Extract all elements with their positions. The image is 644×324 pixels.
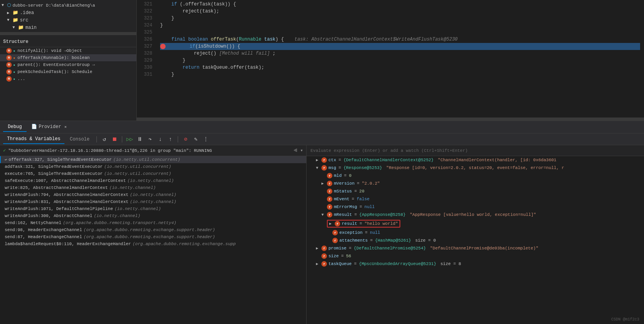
stack-frame-4[interactable]: write:825, AbstractChannelHandlerContext… bbox=[0, 184, 306, 191]
method-more[interactable]: m ● ... bbox=[0, 75, 136, 82]
var-attachments[interactable]: f attachments = {HashMap@5261} size = 0 bbox=[307, 237, 644, 244]
resume-button[interactable]: ▷▷ bbox=[125, 135, 134, 144]
var-name: exception bbox=[339, 230, 362, 235]
code-line-324: } bbox=[160, 22, 640, 29]
edit-button[interactable]: ✎ bbox=[191, 135, 200, 144]
var-mresult[interactable]: ▼ f mResult = {AppResponse@5258} "AppRes… bbox=[307, 211, 644, 219]
code-lines: 321 322 323 324 325 326 327 328 329 330 … bbox=[137, 0, 644, 117]
var-size[interactable]: f size = 56 bbox=[307, 252, 644, 260]
stack-arrow: ↩ bbox=[5, 157, 7, 162]
var-eq: = bbox=[354, 212, 357, 217]
separator bbox=[96, 136, 97, 142]
method-notify-all[interactable]: m ● notifyAll(): void →Object bbox=[0, 47, 136, 54]
tab-threads-variables[interactable]: Threads & Variables bbox=[3, 135, 64, 144]
var-mstatus[interactable]: f mStatus = 20 bbox=[307, 187, 644, 195]
stack-frame-11[interactable]: send:87, HeaderExchangeChannel (org.apac… bbox=[0, 233, 306, 240]
debug-tab-row: Debug 📄 Provider ✕ bbox=[0, 121, 644, 134]
sidebar-tree: ▼ ⬡ dubbo-server D:\data\BianCheng\a ▶ 📁… bbox=[0, 0, 136, 37]
tree-label: .idea bbox=[20, 10, 34, 16]
code-scrollbar-h[interactable] bbox=[137, 117, 644, 121]
var-promise[interactable]: ▶ f promise = {DefaultChannelPromise@525… bbox=[307, 244, 644, 252]
code-line-327: if (isShutdown()) { bbox=[160, 43, 640, 50]
var-name: mResult bbox=[334, 212, 352, 217]
stop-button[interactable]: ⏹ bbox=[110, 135, 119, 144]
stack-frame-12[interactable]: lambda$handleRequest$0:110, HeaderExchan… bbox=[0, 240, 306, 247]
more-button[interactable]: ⋮ bbox=[202, 135, 210, 144]
stack-frame-8[interactable]: writeAndFlush:300, AbstractChannel (io.n… bbox=[0, 212, 306, 219]
var-name: ctx bbox=[328, 158, 336, 162]
sidebar: ▼ ⬡ dubbo-server D:\data\BianCheng\a ▶ 📁… bbox=[0, 0, 137, 121]
dropdown-icon[interactable]: ▾ bbox=[300, 148, 303, 153]
var-ctx[interactable]: ▶ f ctx = {DefaultChannelHandlerContext@… bbox=[307, 156, 644, 164]
f-badge: f bbox=[327, 212, 332, 217]
structure-header: Structure bbox=[0, 37, 136, 47]
method-parent[interactable]: m ● parent(): EventExecutorGroup → bbox=[0, 61, 136, 68]
tab-debug[interactable]: Debug bbox=[3, 123, 27, 132]
eval-bar[interactable]: Evaluate expression (Enter) or add a wat… bbox=[307, 145, 644, 156]
step-out-button[interactable]: ↑ bbox=[166, 135, 175, 144]
debug-buttons-row: Threads & Variables Console ↺ ⏹ ▷▷ ⏸ ↷ ↓… bbox=[0, 134, 644, 145]
stack-frame-9[interactable]: send:162, NettyChannel (org.apache.dubbo… bbox=[0, 219, 306, 226]
f-badge: f bbox=[327, 189, 332, 194]
var-msg[interactable]: ▼ f msg = {Response@5253} "Response [id=… bbox=[307, 164, 644, 172]
filter-icon[interactable]: ⫷ bbox=[293, 148, 298, 153]
tree-label: main bbox=[25, 25, 37, 30]
step-into-button[interactable]: ↓ bbox=[156, 135, 164, 144]
stack-frame-10[interactable]: send:98, HeaderExchangeChannel (org.apac… bbox=[0, 226, 306, 233]
tab-console[interactable]: Console bbox=[66, 135, 93, 144]
stack-frame-5[interactable]: writeAndFlush:794, AbstractChannelHandle… bbox=[0, 191, 306, 198]
stack-class: (org.apache.dubbo.remoting.exchange.supp… bbox=[84, 235, 215, 239]
sidebar-scrollbar[interactable] bbox=[0, 32, 136, 35]
var-mevent[interactable]: f mEvent = false bbox=[307, 195, 644, 203]
pause-button[interactable]: ⏸ bbox=[136, 135, 144, 144]
var-eq: = bbox=[359, 205, 362, 209]
method-name: parent(): EventExecutorGroup → bbox=[18, 62, 95, 67]
stop-icon: ⏹ bbox=[112, 136, 117, 142]
stack-frame-3[interactable]: safeExecute:1007, AbstractChannelHandler… bbox=[0, 177, 306, 184]
stack-frame-0[interactable]: ↩ offerTask:327, SingleThreadEventExecut… bbox=[0, 156, 306, 163]
thread-name: "DubboServerHandler-172.18.16.1:20880-th… bbox=[8, 148, 291, 153]
var-result[interactable]: ▶ f result = "hello world" bbox=[307, 219, 644, 229]
var-mversion[interactable]: ▶ f mVersion = "2.0.2" bbox=[307, 180, 644, 187]
result-highlighted-box: ▶ f result = "hello world" bbox=[327, 220, 400, 228]
stack-frame-6[interactable]: writeAndFlush:831, AbstractChannelHandle… bbox=[0, 198, 306, 205]
step-over-icon: ↷ bbox=[148, 136, 152, 142]
tab-provider[interactable]: 📄 Provider ✕ bbox=[27, 122, 71, 132]
mute-button[interactable]: ⊘ bbox=[181, 135, 190, 144]
rerun-button[interactable]: ↺ bbox=[100, 135, 109, 144]
stack-frame-2[interactable]: execute:765, SingleThreadEventExecutor (… bbox=[0, 170, 306, 177]
tree-item-idea[interactable]: ▶ 📁 .idea bbox=[0, 9, 136, 16]
f-badge: f bbox=[327, 181, 332, 186]
method-name: offerTask(Runnable): boolean bbox=[18, 55, 90, 60]
f-badge: f bbox=[321, 261, 327, 267]
var-name: msg bbox=[328, 166, 336, 170]
edit-icon: ✎ bbox=[194, 136, 197, 142]
thread-running-check: ✓ bbox=[3, 148, 6, 153]
top-section: ▼ ⬡ dubbo-server D:\data\BianCheng\a ▶ 📁… bbox=[0, 0, 644, 121]
var-exception[interactable]: f exception = null bbox=[307, 229, 644, 237]
console-label: Console bbox=[70, 137, 89, 142]
step-into-icon: ↓ bbox=[159, 136, 162, 142]
stack-method: addTask:321, SingleThreadEventExecutor bbox=[5, 164, 103, 169]
method-offer-task[interactable]: m ● offerTask(Runnable): boolean bbox=[0, 54, 136, 61]
var-merrormsg[interactable]: f mErrorMsg = null bbox=[307, 203, 644, 211]
tab-close-icon[interactable]: ✕ bbox=[64, 125, 67, 129]
tree-item-main[interactable]: ▼ 📁 main bbox=[0, 24, 136, 31]
stack-frame-7[interactable]: writeAndFlush:1071, DefaultChannelPipeli… bbox=[0, 205, 306, 212]
var-mld[interactable]: f mld = 0 bbox=[307, 172, 644, 180]
stack-frame-1[interactable]: addTask:321, SingleThreadEventExecutor (… bbox=[0, 163, 306, 170]
tree-item-dubbo-server[interactable]: ▼ ⬡ dubbo-server D:\data\BianCheng\a bbox=[0, 2, 136, 9]
var-eq: = bbox=[352, 197, 355, 201]
tree-item-src[interactable]: ▼ 📁 src bbox=[0, 16, 136, 24]
var-taskqueue[interactable]: ▶ f taskQueue = {MpscUnboundedArrayQueue… bbox=[307, 260, 644, 268]
code-line-328: reject() [Method will fail] ; bbox=[160, 50, 640, 57]
stack-class: (org.apache.dubbo.remoting.transport.net… bbox=[63, 221, 176, 225]
method-peek-scheduled[interactable]: m ● peekScheduledTask(): Schedule bbox=[0, 68, 136, 75]
f-badge: f bbox=[335, 221, 340, 226]
var-arrow bbox=[327, 239, 331, 243]
step-over-button[interactable]: ↷ bbox=[146, 135, 154, 144]
provider-tab-label: Provider bbox=[39, 124, 61, 130]
var-val: size = 0 bbox=[413, 238, 436, 243]
var-name: mStatus bbox=[334, 189, 352, 194]
var-name: attachments bbox=[339, 238, 368, 243]
